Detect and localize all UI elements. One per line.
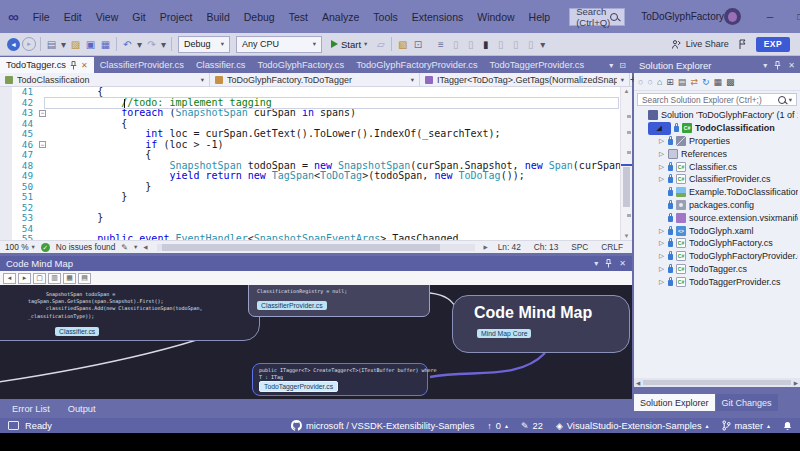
collapsed-arrow-icon[interactable]: ▷ (658, 239, 665, 247)
tree-item[interactable]: ▷TodoGlyphFactory.cs (634, 237, 800, 250)
panel-tab-git-changes[interactable]: Git Changes (716, 394, 778, 411)
editor-zoom-select[interactable]: 100 % ▾ (5, 242, 35, 252)
marketplace-status-item[interactable]: ◈VisualStudio-Extension-Samples▴ (556, 421, 709, 431)
account-avatar[interactable] (724, 8, 741, 25)
expanded-arrow-icon[interactable]: ◢ (648, 122, 671, 135)
tree-item[interactable]: ▷Properties (634, 135, 800, 148)
breadcrumb-segment-3[interactable]: ITagger<ToDoTag>.GetTags(NormalizedSnaps… (420, 73, 630, 86)
new-file-icon[interactable]: ▤ (44, 37, 59, 52)
start-debugging-button[interactable]: Start▾ (331, 39, 367, 50)
document-tab[interactable]: TodoTaggerProvider.cs (484, 57, 591, 73)
solution-explorer-search-input[interactable]: Search Solution Explorer (Ctrl+;) ▾ (637, 93, 797, 106)
redo-icon[interactable]: ↷ (144, 37, 159, 52)
document-tab[interactable]: Classifier.cs (190, 57, 252, 73)
task-list-icon[interactable]: ≡ (433, 37, 448, 52)
github-status-item[interactable]: microsoft / VSSDK-Extensibility-Samples (291, 420, 474, 431)
bell-status-item[interactable] (783, 421, 792, 431)
se-pending-changes-icon[interactable]: ▤ (678, 77, 687, 87)
menu-window[interactable]: Window (470, 8, 521, 26)
se-switch-views-icon[interactable]: ⊞ (666, 77, 674, 87)
collapsed-arrow-icon[interactable]: ▷ (658, 252, 665, 260)
scroll-left-icon[interactable]: ◀ (636, 380, 640, 386)
menu-build[interactable]: Build (199, 8, 236, 26)
tree-item[interactable]: ▷TodoTagger.cs (634, 263, 800, 276)
document-tab[interactable]: TodoTagger.cs✕ (0, 57, 94, 73)
pin-icon[interactable] (605, 259, 612, 268)
save-all-icon[interactable]: ▦ (98, 37, 113, 52)
se-properties-icon[interactable]: ▩ (726, 77, 735, 87)
undo-icon[interactable]: ↶ (120, 37, 135, 52)
code-cleanup-icon[interactable]: ✎ (121, 243, 128, 252)
quick-search-input[interactable]: Search (Ctrl+Q) (569, 8, 625, 26)
se-home-icon[interactable]: ⌂ (657, 77, 662, 87)
menu-test[interactable]: Test (282, 8, 315, 26)
menu-extensions[interactable]: Extensions (405, 8, 470, 26)
tree-item[interactable]: ▷Classifier.cs (634, 160, 800, 173)
navigate-forward-icon[interactable]: ▸ (22, 37, 36, 51)
tree-item[interactable]: ◢TodoClassification (634, 122, 800, 135)
arrow-up-status-item[interactable]: ↑0▴ (487, 421, 508, 431)
provider-node-badge[interactable]: TodoTaggerProvider.cs (259, 381, 338, 392)
menu-tools[interactable]: Tools (366, 8, 405, 26)
tree-item[interactable]: ▷TodoTaggerProvider.cs (634, 275, 800, 288)
se-sync-icon[interactable]: ⇄ (690, 77, 698, 87)
previous-bookmark-icon[interactable]: ▯ (493, 37, 508, 52)
scroll-right-icon[interactable]: ▶ (484, 244, 488, 250)
tree-item[interactable]: ▷TodoGlyphFactoryProvider.cs (634, 250, 800, 263)
next-bookmark-icon[interactable]: ▯ (508, 37, 523, 52)
pin-icon[interactable] (70, 61, 77, 70)
collapse-region-icon[interactable] (39, 110, 46, 117)
breadcrumb-segment-2[interactable]: ToDoGlyphFactory.ToDoTagger▾ (210, 73, 420, 86)
menu-file[interactable]: File (26, 8, 57, 26)
float-tab-icon[interactable]: ⊡ (619, 61, 626, 70)
tree-item[interactable]: ▷ClassifierProvider.cs (634, 173, 800, 186)
collapsed-arrow-icon[interactable]: ▷ (658, 163, 665, 171)
branch-status-item[interactable]: master▴ (722, 420, 770, 431)
platform-select[interactable]: Any CPU▾ (236, 36, 322, 53)
document-outline-icon[interactable]: ▯ (448, 37, 463, 52)
registry-node-badge[interactable]: ClassifierProvider.cs (257, 301, 327, 310)
caret-icon[interactable]: ▾ (538, 37, 547, 52)
menu-edit[interactable]: Edit (57, 8, 89, 26)
scroll-right-icon[interactable]: ▶ (794, 380, 798, 386)
pencil-status-item[interactable]: ✎22 (521, 421, 543, 431)
scroll-up-icon[interactable]: ▲ (621, 88, 632, 94)
debug-target-select[interactable]: Debug▾ (178, 36, 230, 53)
editor-vertical-scrollbar[interactable]: ▲ ▼ (620, 87, 632, 240)
panel-tab-output[interactable]: Output (61, 402, 103, 416)
mm-save-icon[interactable]: ▦ (63, 273, 76, 284)
mm-forward-icon[interactable]: ▸ (18, 273, 31, 284)
close-icon[interactable]: ✕ (81, 61, 88, 70)
bookmark-icon[interactable]: ▮ (478, 37, 493, 52)
tree-item[interactable]: source.extension.vsixmanifest (634, 211, 800, 224)
clear-bookmarks-icon[interactable]: ▯ (523, 37, 538, 52)
mm-copy-icon[interactable]: ▥ (48, 273, 61, 284)
core-node-badge[interactable]: Mind Map Core (477, 329, 531, 338)
panel-tab-error-list[interactable]: Error List (5, 402, 57, 416)
mm-new-map-icon[interactable]: ▢ (33, 273, 46, 284)
line-indicator[interactable]: Ln: 42 (498, 242, 521, 252)
menu-help[interactable]: Help (522, 8, 558, 26)
collapsed-arrow-icon[interactable]: ▷ (658, 150, 665, 158)
se-refresh-icon[interactable]: ↻ (702, 77, 710, 87)
minimize-button[interactable]: ─ (755, 0, 785, 33)
mm-back-icon[interactable]: ◂ (3, 273, 16, 284)
caret-icon[interactable]: ▾ (159, 37, 168, 52)
caret-icon[interactable]: ▾ (135, 37, 144, 52)
line-ending-indicator[interactable]: CRLF (601, 242, 623, 252)
mind-map-canvas[interactable]: SnapshotSpan todoSpan = tagSpan.Span.Get… (0, 285, 632, 399)
tree-horizontal-scrollbar[interactable]: ◀ ▶ (634, 378, 800, 387)
menu-analyze[interactable]: Analyze (315, 8, 366, 26)
collapse-region-icon[interactable] (39, 141, 46, 148)
menu-view[interactable]: View (89, 8, 126, 26)
scrollbar-thumb[interactable] (643, 380, 791, 385)
document-tab[interactable]: TodoGlyphFactoryProvider.cs (350, 57, 483, 73)
command-window-icon[interactable]: ⊡ (410, 37, 425, 52)
scroll-left-icon[interactable]: ◀ (143, 244, 147, 250)
tab-list-caret-icon[interactable]: ▾ (609, 61, 613, 70)
scrollbar-thumb[interactable] (623, 167, 630, 207)
close-icon[interactable]: ✕ (788, 61, 795, 70)
health-indicator-icon[interactable]: ✓ (41, 243, 50, 252)
classifier-node-badge[interactable]: Classifier.cs (55, 327, 99, 336)
mm-export-icon[interactable]: ▤ (78, 273, 91, 284)
